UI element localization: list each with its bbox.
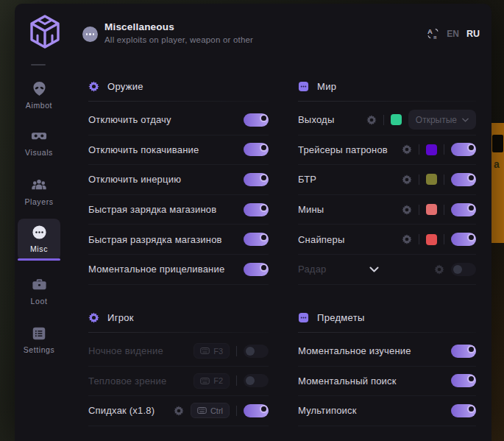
settings-gear-icon[interactable]: [402, 205, 412, 215]
hotkey-badge[interactable]: Ctrl: [191, 403, 230, 418]
hotkey-badge[interactable]: F3: [194, 343, 230, 359]
row-label: Моментальное прицеливание: [88, 264, 224, 275]
toggle-switch[interactable]: [244, 113, 269, 127]
alien-icon: [31, 80, 48, 97]
sidebar-item-aimbot[interactable]: Aimbot: [15, 80, 63, 110]
separator: [419, 174, 419, 185]
toggle-switch[interactable]: [451, 233, 476, 246]
row-label: Спидхак (x1.8): [88, 405, 155, 416]
apps-icon: [298, 312, 309, 323]
toggle-switch[interactable]: [244, 173, 269, 186]
color-swatch[interactable]: [391, 114, 402, 125]
row-label: Мультипоиск: [298, 405, 357, 416]
settings-gear-icon[interactable]: [366, 115, 377, 125]
section-player: Игрок Ночное видение F3 Тепловое зрение: [88, 310, 269, 426]
settings-gear-icon[interactable]: [434, 264, 444, 275]
section-divider: [298, 332, 476, 333]
section-title: Оружие: [107, 81, 143, 92]
sidebar-item-loot[interactable]: Loot: [15, 276, 63, 306]
toggle-switch[interactable]: [451, 143, 476, 156]
settings-gear-icon[interactable]: [402, 144, 412, 155]
row-label: Отключить покачивание: [88, 144, 199, 155]
toggle-row: Быстрая зарядка магазинов: [88, 195, 269, 225]
toggle-switch[interactable]: [244, 233, 269, 246]
separator: [444, 174, 444, 185]
hotkey-label: F3: [213, 347, 223, 356]
toggle-row: Мины: [298, 195, 476, 225]
settings-gear-icon[interactable]: [402, 234, 412, 244]
page-subtitle: All exploits on player, weapon or other: [104, 35, 253, 44]
row-label: Радар: [298, 264, 327, 275]
toggle-row: Снайперы: [298, 225, 476, 255]
keyboard-icon: [200, 378, 210, 384]
toggle-switch[interactable]: [244, 374, 269, 387]
row-label: Снайперы: [298, 234, 345, 245]
color-swatch[interactable]: [426, 174, 437, 185]
sidebar-item-players[interactable]: Players: [15, 177, 63, 206]
toggle-switch[interactable]: [451, 263, 476, 276]
toggle-switch[interactable]: [451, 374, 476, 387]
section-title: Мир: [317, 81, 336, 92]
color-swatch[interactable]: [426, 234, 437, 245]
color-swatch[interactable]: [426, 204, 437, 215]
chevron-down-icon: [462, 118, 469, 122]
separator: [236, 406, 237, 416]
gear-icon: [88, 312, 99, 323]
sidebar-item-label: Aimbot: [26, 101, 52, 110]
hotkey-badge[interactable]: F2: [194, 373, 230, 389]
toggle-switch[interactable]: [244, 143, 269, 156]
separator: [419, 234, 419, 244]
sidebar-item-misc[interactable]: Misc: [15, 224, 63, 253]
sidebar-item-visuals[interactable]: Visuals: [15, 127, 63, 157]
separator: [444, 205, 444, 215]
row-label: Отключить отдачу: [88, 114, 171, 125]
language-en-button[interactable]: EN: [447, 29, 459, 39]
toggle-switch[interactable]: [451, 173, 476, 186]
sidebar-item-settings[interactable]: Settings: [15, 325, 63, 354]
cheat-menu-window: Miscellaneous All exploits on player, we…: [15, 4, 491, 441]
hotkey-row: Спидхак (x1.8) Ctrl: [88, 396, 269, 426]
language-ru-button[interactable]: RU: [466, 29, 480, 39]
sidebar-divider: [31, 64, 46, 66]
row-label: БТР: [298, 174, 316, 185]
toggle-row: Моментальный поиск: [298, 367, 476, 397]
toggle-row: Моментальное прицеливание: [88, 255, 269, 285]
misc-category-avatar-icon: [82, 27, 98, 42]
gear-icon: [88, 81, 99, 92]
toggle-switch[interactable]: [244, 203, 269, 216]
row-label: Отключить инерцию: [88, 174, 181, 185]
keyboard-icon: [200, 347, 210, 354]
hotkey-row: Ночное видение F3: [88, 336, 269, 367]
color-swatch[interactable]: [426, 144, 437, 155]
sidebar-item-label: Loot: [31, 297, 48, 306]
toggle-switch[interactable]: [244, 345, 269, 358]
toggle-switch[interactable]: [244, 263, 269, 276]
radar-row: Радар: [298, 255, 476, 285]
toggle-row: Мультипоиск: [298, 396, 476, 426]
toggle-switch[interactable]: [451, 203, 476, 216]
list-icon: [31, 325, 47, 342]
settings-gear-icon[interactable]: [402, 174, 412, 185]
translate-icon: A я: [427, 27, 439, 40]
row-label: Моментальный поиск: [298, 375, 397, 387]
toggle-switch[interactable]: [451, 345, 476, 358]
row-label: Трейсеры патронов: [298, 144, 388, 155]
toggle-switch[interactable]: [244, 404, 269, 417]
keyboard-icon: [197, 407, 207, 414]
dropdown-row: Выходы Открытые: [298, 105, 476, 135]
hotkey-label: Ctrl: [210, 406, 223, 415]
app-logo-icon: [28, 14, 62, 49]
row-label: Выходы: [298, 114, 334, 125]
toggle-row: Моментальное изучение: [298, 336, 476, 367]
sidebar-item-label: Settings: [24, 345, 55, 354]
exits-dropdown[interactable]: Открытые: [408, 110, 476, 130]
expand-chevron-icon[interactable]: [369, 267, 379, 272]
toggle-row: БТР: [298, 165, 476, 195]
toggle-switch[interactable]: [451, 404, 476, 417]
toggle-row: Быстрая разрядка магазинов: [88, 225, 269, 255]
separator: [444, 234, 444, 244]
sidebar-item-label: Players: [24, 197, 53, 206]
settings-gear-icon[interactable]: [174, 406, 184, 416]
toggle-row: Трейсеры патронов: [298, 135, 476, 166]
row-label: Моментальное изучение: [298, 345, 411, 356]
